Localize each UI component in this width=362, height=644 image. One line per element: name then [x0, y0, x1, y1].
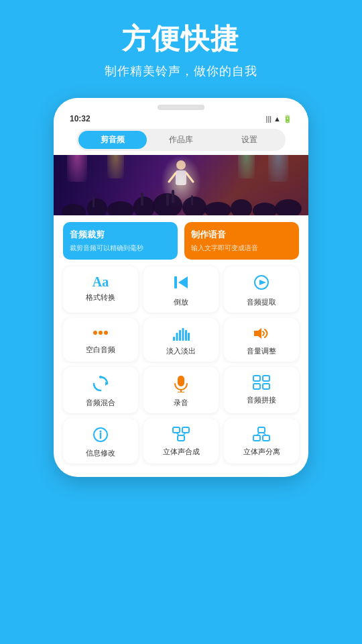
svg-rect-40 [253, 384, 260, 389]
svg-point-2 [107, 201, 134, 215]
svg-rect-50 [258, 427, 265, 433]
tab-works[interactable]: 作品库 [147, 131, 215, 149]
header-area: 方便快捷 制作精美铃声，做你的自我 [0, 0, 362, 86]
tabs-bar: 剪音频 作品库 设置 [76, 129, 286, 151]
feature-card-tts[interactable]: 制作语音 输入文字即可变成语音 [184, 222, 299, 260]
stereo-merge-icon [172, 427, 190, 444]
volume-icon [253, 326, 270, 343]
tool-audio-extract[interactable]: 音频提取 [224, 266, 299, 313]
notch-area [67, 105, 295, 110]
audio-extract-label: 音频提取 [247, 297, 276, 307]
svg-rect-46 [182, 427, 189, 433]
banner [54, 155, 308, 215]
sub-title: 制作精美铃声，做你的自我 [0, 63, 362, 79]
reverse-play-icon [173, 274, 189, 294]
record-label: 录音 [174, 398, 188, 408]
phone-top: 10:32 ||| ▲ 🔋 剪音频 作品库 设置 [54, 98, 308, 151]
battery-icon: 🔋 [283, 115, 292, 123]
tool-stereo-merge[interactable]: 立体声合成 [143, 419, 219, 464]
svg-rect-35 [178, 376, 184, 386]
info-edit-icon [93, 427, 109, 445]
svg-rect-16 [176, 170, 186, 185]
splice-label: 音频拼接 [247, 395, 276, 405]
svg-rect-51 [253, 435, 260, 441]
notch [158, 105, 204, 110]
splice-icon [253, 375, 270, 392]
format-convert-label: 格式转换 [86, 292, 115, 303]
svg-point-24 [99, 331, 103, 335]
blank-audio-icon [92, 326, 109, 342]
feature-cards: 音频裁剪 裁剪音频可以精确到毫秒 制作语音 输入文字即可变成语音 [54, 215, 308, 266]
feature-card-tts-desc: 输入文字即可变成语音 [191, 244, 292, 253]
format-convert-icon: Aa [93, 274, 109, 290]
tool-stereo-split[interactable]: 立体声分离 [224, 419, 299, 464]
tab-settings[interactable]: 设置 [215, 131, 284, 149]
tool-fade[interactable]: 淡入淡出 [143, 318, 219, 362]
feature-card-cut-desc: 裁剪音频可以精确到毫秒 [70, 244, 171, 253]
svg-marker-22 [259, 280, 266, 285]
mix-icon [92, 375, 109, 395]
tool-blank-audio[interactable]: 空白音频 [63, 318, 138, 362]
tools-grid: Aa 格式转换 倒放 音频提取 [54, 266, 308, 464]
feature-card-cut[interactable]: 音频裁剪 裁剪音频可以精确到毫秒 [63, 222, 178, 260]
svg-line-17 [169, 173, 176, 182]
tool-reverse-play[interactable]: 倒放 [143, 266, 219, 313]
svg-rect-52 [263, 435, 269, 441]
signal-icon: ||| [266, 115, 272, 123]
reverse-play-label: 倒放 [174, 297, 188, 307]
svg-rect-45 [173, 427, 180, 433]
svg-rect-19 [174, 276, 177, 288]
svg-rect-47 [178, 435, 184, 441]
svg-marker-20 [178, 276, 188, 288]
svg-rect-30 [185, 330, 187, 341]
svg-rect-38 [253, 376, 260, 381]
svg-rect-14 [141, 193, 143, 206]
stereo-split-label: 立体声分离 [243, 447, 280, 457]
tool-volume[interactable]: 音量调整 [224, 318, 299, 362]
status-time: 10:32 [70, 114, 90, 123]
tool-mix[interactable]: 音频混合 [63, 367, 138, 413]
mix-label: 音频混合 [86, 398, 115, 408]
svg-rect-31 [188, 333, 190, 341]
svg-line-18 [186, 173, 193, 182]
svg-point-8 [253, 203, 277, 215]
svg-rect-26 [173, 337, 175, 341]
svg-point-0 [62, 204, 86, 215]
status-icons: ||| ▲ 🔋 [266, 115, 292, 123]
svg-point-6 [204, 202, 231, 215]
tool-format-convert[interactable]: Aa 格式转换 [63, 266, 138, 313]
svg-point-23 [93, 331, 97, 335]
svg-point-15 [176, 160, 186, 170]
svg-point-44 [100, 431, 102, 433]
status-bar: 10:32 ||| ▲ 🔋 [67, 113, 295, 125]
svg-rect-28 [179, 330, 181, 341]
feature-card-tts-title: 制作语音 [191, 229, 292, 241]
svg-marker-32 [254, 328, 261, 339]
blank-audio-label: 空白音频 [86, 345, 115, 355]
record-icon [173, 375, 189, 395]
svg-rect-41 [263, 384, 269, 389]
svg-point-7 [231, 199, 252, 215]
tool-record[interactable]: 录音 [143, 367, 219, 413]
feature-card-cut-title: 音频裁剪 [70, 229, 171, 241]
audio-extract-icon [253, 274, 269, 294]
phone-frame: 10:32 ||| ▲ 🔋 剪音频 作品库 设置 [54, 98, 308, 477]
fade-icon [172, 326, 190, 343]
tab-cut-audio[interactable]: 剪音频 [78, 131, 147, 149]
fade-label: 淡入淡出 [166, 346, 196, 356]
tool-info-edit[interactable]: 信息修改 [63, 419, 138, 464]
wifi-icon: ▲ [274, 115, 281, 123]
volume-label: 音量调整 [247, 346, 276, 356]
tool-splice[interactable]: 音频拼接 [224, 367, 299, 413]
svg-point-33 [99, 376, 102, 378]
svg-point-25 [104, 331, 108, 335]
main-title: 方便快捷 [0, 20, 362, 58]
svg-rect-29 [182, 328, 184, 341]
svg-rect-13 [93, 197, 95, 207]
stereo-split-icon [253, 427, 270, 444]
svg-rect-27 [176, 333, 178, 341]
svg-point-3 [133, 197, 155, 215]
svg-point-1 [87, 199, 107, 215]
stereo-merge-label: 立体声合成 [163, 447, 200, 457]
svg-rect-39 [263, 376, 269, 381]
